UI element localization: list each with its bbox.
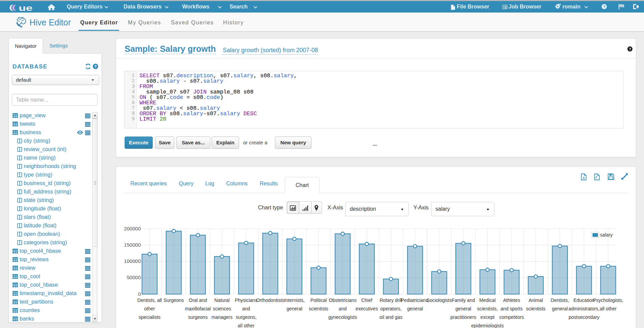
svg-text:Animal: Animal — [529, 298, 543, 303]
svg-text:x: x — [583, 176, 585, 180]
svg-text:practitioners: practitioners — [450, 314, 476, 320]
svg-text:?: ? — [629, 47, 631, 51]
svg-text:0: 0 — [138, 291, 141, 297]
svg-text:Athletes: Athletes — [503, 298, 520, 303]
svg-text:surgeons,: surgeons, — [236, 314, 256, 320]
svg-text:Political: Political — [310, 298, 327, 303]
svg-text:200000: 200000 — [124, 226, 141, 231]
svg-text:other: other — [144, 306, 155, 311]
svg-text:general: general — [552, 306, 568, 311]
svg-text:Natural: Natural — [214, 298, 230, 303]
svg-text:general: general — [286, 306, 302, 311]
svg-text:Sociologists: Sociologists — [427, 298, 452, 303]
svg-text:150000: 150000 — [124, 242, 141, 248]
svg-text:Surgeons: Surgeons — [164, 298, 184, 303]
svg-text:100000: 100000 — [124, 258, 141, 264]
svg-text:and: and — [339, 306, 346, 311]
svg-text:and: and — [242, 306, 250, 311]
svg-text:all other: all other — [238, 323, 255, 328]
svg-text:Education: Education — [574, 298, 595, 303]
svg-text:maxillofacial: maxillofacial — [185, 306, 211, 311]
svg-text:except: except — [480, 314, 494, 320]
svg-text:epidemiologists: epidemiologists — [471, 323, 504, 328]
svg-text:salary: salary — [600, 232, 613, 238]
svg-text:?: ? — [603, 5, 605, 9]
svg-text:and sports: and sports — [500, 306, 522, 311]
svg-text:operators,: operators, — [380, 306, 402, 311]
svg-text:50000: 50000 — [127, 274, 141, 280]
svg-text:executives: executives — [356, 306, 378, 311]
svg-text:scientists,: scientists, — [477, 306, 498, 311]
svg-text:postsecondary: postsecondary — [568, 314, 599, 320]
svg-text:Dentists,: Dentists, — [551, 298, 569, 303]
svg-text:scientists: scientists — [526, 306, 545, 311]
svg-text:scientists: scientists — [309, 306, 328, 311]
svg-text:Oral and: Oral and — [189, 298, 207, 303]
svg-text:administrators,: administrators, — [568, 306, 600, 311]
svg-text:sciences: sciences — [213, 306, 231, 311]
svg-text:oil and gas: oil and gas — [380, 314, 403, 320]
svg-text:competitors: competitors — [499, 314, 524, 320]
svg-text:specialists: specialists — [139, 314, 161, 320]
svg-text:ue: ue — [19, 4, 33, 12]
svg-text:gynecologists: gynecologists — [328, 314, 357, 320]
svg-text:Family and: Family and — [452, 298, 475, 303]
svg-text:Rotary drill: Rotary drill — [380, 298, 402, 303]
svg-text:managers: managers — [212, 314, 233, 320]
svg-text:Obstetricians: Obstetricians — [329, 298, 357, 303]
svg-text:Psychologists,: Psychologists, — [593, 298, 623, 303]
svg-text:Orthodontists: Orthodontists — [256, 298, 284, 303]
svg-text:Physicians: Physicians — [235, 298, 257, 303]
svg-text:Pediatricians,: Pediatricians, — [401, 298, 429, 303]
svg-text:Dentists, all: Dentists, all — [137, 298, 162, 303]
svg-text:general: general — [407, 306, 423, 311]
svg-text:Chief: Chief — [361, 298, 372, 303]
svg-text:all other: all other — [600, 306, 617, 311]
svg-text:Internists,: Internists, — [284, 298, 305, 303]
svg-text:?: ? — [94, 64, 96, 69]
svg-text:Medical: Medical — [479, 298, 496, 303]
svg-text:surgeons: surgeons — [188, 314, 208, 320]
svg-text:general: general — [455, 306, 471, 311]
